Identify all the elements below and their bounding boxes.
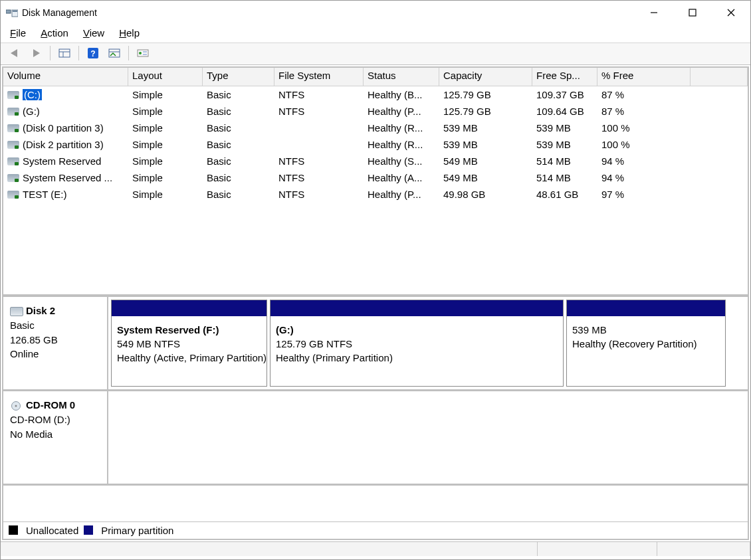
layout-cell: Simple: [128, 171, 203, 184]
app-icon: [6, 7, 18, 18]
pct-cell: 87 %: [597, 88, 691, 101]
action-list-button[interactable]: [106, 45, 123, 61]
volume-cell: (Disk 0 partition 3): [3, 122, 128, 134]
volume-row[interactable]: (Disk 0 partition 3)SimpleBasicHealthy (…: [3, 120, 748, 136]
fs-cell: NTFS: [274, 171, 364, 184]
volume-label: (C:): [23, 89, 42, 100]
col-fs[interactable]: File System: [274, 68, 364, 86]
minimize-button[interactable]: [635, 1, 673, 25]
titlebar: Disk Management: [1, 1, 750, 25]
volume-label: (Disk 0 partition 3): [23, 122, 104, 134]
volume-icon: [7, 174, 19, 182]
volume-label: (G:): [23, 106, 40, 117]
volume-icon: [7, 141, 19, 149]
volume-row[interactable]: (C:)SimpleBasicNTFSHealthy (B...125.79 G…: [3, 86, 748, 103]
partition-size: 125.79 GB NTFS: [276, 337, 558, 351]
toolbar: ?: [1, 43, 750, 65]
partition[interactable]: System Reserved (F:)549 MB NTFSHealthy (…: [111, 300, 267, 387]
volume-icon: [7, 124, 19, 132]
col-pctfree[interactable]: % Free: [597, 68, 691, 86]
col-volume[interactable]: Volume: [3, 68, 128, 86]
toolbar-separator: [128, 46, 129, 60]
fs-cell: NTFS: [274, 155, 364, 167]
disk-title: Disk 2: [26, 305, 55, 316]
partition-color-bar: [270, 300, 563, 316]
layout-cell: Simple: [128, 122, 203, 134]
pct-cell: 94 %: [597, 155, 691, 167]
volume-list: Volume Layout Type File System Status Ca…: [3, 68, 748, 297]
fs-cell: NTFS: [274, 88, 364, 101]
disk-info[interactable]: Disk 2Basic126.85 GBOnline: [3, 297, 108, 389]
fs-cell: NTFS: [274, 188, 364, 201]
volume-row[interactable]: TEST (E:)SimpleBasicNTFSHealthy (P...49.…: [3, 186, 748, 203]
partition-body: System Reserved (F:)549 MB NTFSHealthy (…: [112, 316, 267, 369]
statusbar: [1, 541, 750, 556]
legend-swatch-primary: [84, 525, 93, 535]
partition-name: System Reserved (F:): [117, 323, 261, 337]
fs-cell: [274, 144, 364, 145]
volume-icon: [7, 91, 19, 99]
close-button[interactable]: [712, 1, 750, 25]
partition-status: Healthy (Primary Partition): [276, 351, 558, 365]
partition-body: (G:)125.79 GB NTFSHealthy (Primary Parti…: [270, 316, 563, 369]
volume-row[interactable]: (Disk 2 partition 3)SimpleBasicHealthy (…: [3, 136, 748, 153]
partition-size: 549 MB NTFS: [117, 337, 261, 351]
settings-button[interactable]: [134, 45, 152, 61]
volume-label: System Reserved: [23, 155, 101, 167]
disk-partitions: System Reserved (F:)549 MB NTFSHealthy (…: [108, 297, 748, 389]
col-type[interactable]: Type: [203, 68, 274, 86]
pct-cell: 97 %: [597, 188, 691, 201]
legend: Unallocated Primary partition: [3, 521, 748, 539]
forward-button[interactable]: [27, 45, 45, 61]
menu-action[interactable]: Action: [41, 27, 68, 39]
maximize-button[interactable]: [673, 1, 712, 25]
menu-file[interactable]: File: [10, 27, 26, 39]
volume-row[interactable]: (G:)SimpleBasicNTFSHealthy (P...125.79 G…: [3, 103, 748, 120]
back-button[interactable]: [6, 45, 23, 61]
col-layout[interactable]: Layout: [128, 68, 203, 86]
pct-cell: 87 %: [597, 105, 691, 118]
menu-help[interactable]: Help: [119, 27, 140, 39]
volume-row[interactable]: System Reserved ...SimpleBasicNTFSHealth…: [3, 169, 748, 186]
disk-title: CD-ROM 0: [26, 399, 75, 411]
type-cell: Basic: [203, 155, 274, 167]
show-hide-console-tree-button[interactable]: [56, 45, 73, 61]
disk-info-line: Online: [10, 347, 102, 361]
help-button[interactable]: ?: [84, 45, 102, 61]
menu-view[interactable]: View: [83, 27, 104, 39]
volume-cell: (Disk 2 partition 3): [3, 138, 128, 151]
capacity-cell: 539 MB: [439, 138, 532, 151]
col-free[interactable]: Free Sp...: [532, 68, 597, 86]
col-status[interactable]: Status: [364, 68, 439, 86]
disk-partitions: [108, 391, 748, 484]
volume-cell: (G:): [3, 105, 128, 118]
legend-swatch-unallocated: [9, 525, 18, 535]
partition[interactable]: (G:)125.79 GB NTFSHealthy (Primary Parti…: [270, 300, 564, 387]
disk-diagram-scroll[interactable]: Disk 2Basic126.85 GBOnlineSystem Reserve…: [3, 297, 748, 521]
free-cell: 514 MB: [532, 171, 597, 184]
volume-icon: [7, 157, 19, 165]
disk-info[interactable]: CD-ROM 0CD-ROM (D:)No Media: [3, 391, 108, 484]
col-capacity[interactable]: Capacity: [439, 68, 532, 86]
partition[interactable]: 539 MBHealthy (Recovery Partition): [566, 300, 726, 387]
partition-body: 539 MBHealthy (Recovery Partition): [567, 316, 725, 355]
col-extra[interactable]: [691, 68, 748, 86]
free-cell: 109.64 GB: [532, 105, 597, 118]
svg-point-15: [139, 52, 142, 54]
volume-label: TEST (E:): [23, 189, 66, 200]
volume-row[interactable]: System ReservedSimpleBasicNTFSHealthy (S…: [3, 153, 748, 169]
svg-point-19: [15, 405, 17, 407]
disk-row: Disk 2Basic126.85 GBOnlineSystem Reserve…: [3, 297, 748, 391]
svg-rect-7: [59, 49, 70, 57]
window-title: Disk Management: [22, 7, 97, 18]
layout-cell: Simple: [128, 138, 203, 151]
volume-icon: [7, 108, 19, 116]
status-cell: Healthy (R...: [364, 138, 439, 151]
disk-info-line: 126.85 GB: [10, 333, 102, 347]
svg-rect-2: [13, 11, 17, 12]
fs-cell: [274, 128, 364, 129]
volume-label: (Disk 2 partition 3): [23, 139, 104, 150]
free-cell: 539 MB: [532, 138, 597, 151]
capacity-cell: 49.98 GB: [439, 188, 532, 201]
volume-label: System Reserved ...: [23, 172, 112, 183]
